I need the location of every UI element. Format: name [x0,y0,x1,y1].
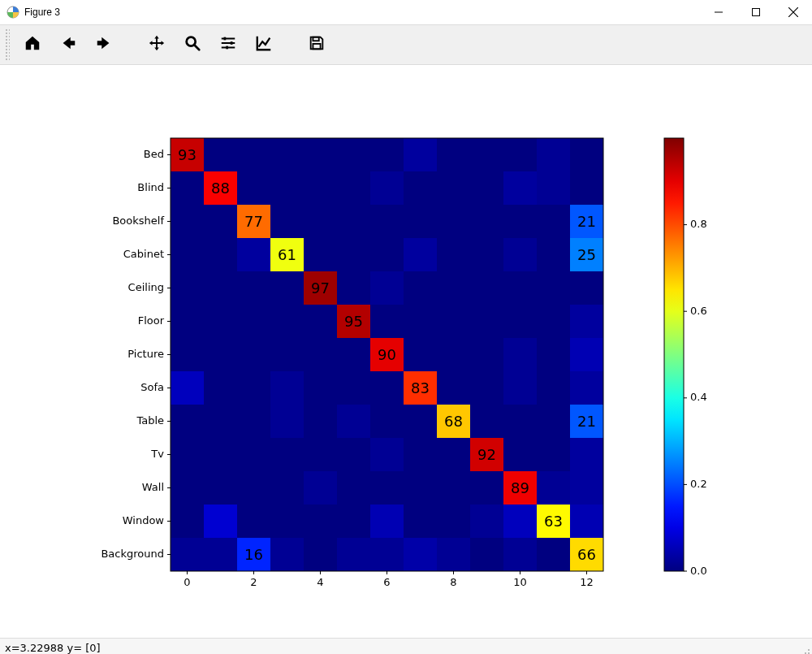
svg-rect-77 [304,305,337,338]
edit-axes-button[interactable] [248,28,280,61]
heatmap-cell-value: 95 [344,313,363,330]
svg-rect-133 [437,438,470,471]
svg-rect-130 [337,438,370,471]
svg-rect-167 [270,538,304,571]
back-button[interactable] [52,28,84,61]
svg-rect-88 [237,338,270,371]
forward-button[interactable] [88,28,120,61]
svg-rect-170 [370,538,404,571]
window-maximize-button[interactable] [737,0,775,24]
y-tick-label: Cabinet [123,248,164,260]
svg-rect-17 [470,138,503,171]
y-tick-label: Blind [137,181,164,193]
svg-rect-37 [270,205,304,238]
svg-rect-45 [537,205,570,238]
svg-rect-144 [370,471,404,505]
svg-rect-135 [503,438,537,471]
svg-rect-165 [204,538,237,571]
save-button[interactable] [300,28,333,61]
svg-rect-57 [503,238,537,271]
svg-rect-114 [237,405,270,438]
svg-rect-49 [237,238,270,271]
plot-canvas[interactable]: BedBlindBookshelfCabinetCeilingFloorPict… [0,65,812,638]
y-tick-label: Picture [127,348,164,360]
cursor-coords: x=3.22988 y= [0] [5,642,101,654]
svg-rect-24 [270,171,304,205]
resize-grip-icon[interactable] [801,645,810,654]
svg-rect-105 [370,371,404,405]
colorbar-tick-label: 0.8 [690,218,707,230]
colorbar-tick-label: 0.4 [690,391,707,403]
window-titlebar: Figure 3 [0,0,812,25]
svg-rect-7 [313,44,320,49]
statusbar: x=3.22988 y= [0] [0,638,812,654]
x-tick-label: 10 [513,576,527,588]
svg-rect-38 [304,205,337,238]
svg-rect-121 [470,405,503,438]
svg-rect-56 [470,238,503,271]
svg-rect-55 [437,238,470,271]
y-tick-label: Wall [142,481,164,493]
configure-subplots-button[interactable] [212,28,244,61]
window-close-button[interactable] [775,0,812,24]
svg-rect-113 [204,405,237,438]
heatmap-cell-value: 21 [577,213,596,230]
move-icon [148,34,166,55]
svg-rect-20 [570,138,603,171]
svg-rect-156 [337,505,370,538]
window-title: Figure 3 [24,6,60,18]
svg-rect-83 [503,305,537,338]
svg-rect-126 [204,438,237,471]
y-tick-label: Window [123,514,165,526]
svg-rect-175 [537,538,570,571]
svg-rect-104 [337,371,370,405]
svg-rect-84 [537,305,570,338]
svg-rect-116 [304,405,337,438]
svg-rect-141 [270,471,304,505]
zoom-button[interactable] [176,28,209,61]
svg-rect-146 [437,471,470,505]
svg-rect-41 [404,205,437,238]
svg-rect-138 [171,471,204,505]
svg-rect-164 [171,538,204,571]
svg-rect-51 [304,238,337,271]
svg-rect-123 [537,405,570,438]
svg-rect-65 [337,271,370,305]
svg-rect-150 [570,471,603,505]
svg-rect-99 [171,371,204,405]
svg-rect-35 [204,205,237,238]
home-icon [24,34,41,55]
heatmap-cell-value: 77 [244,213,263,230]
svg-rect-136 [537,438,570,471]
svg-rect-109 [503,371,537,405]
svg-rect-107 [437,371,470,405]
svg-rect-160 [470,505,503,538]
heatmap-cell-value: 97 [311,279,330,297]
svg-rect-47 [171,238,204,271]
svg-rect-70 [503,271,537,305]
svg-rect-33 [570,171,603,205]
svg-rect-174 [503,538,537,571]
svg-rect-151 [171,505,204,538]
svg-rect-155 [304,505,337,538]
y-tick-label: Ceiling [128,281,164,293]
svg-rect-34 [171,205,204,238]
svg-rect-96 [503,338,537,371]
svg-rect-85 [570,305,603,338]
colorbar [664,138,684,571]
svg-rect-94 [437,338,470,371]
heatmap-cell-value: 93 [178,146,197,163]
svg-rect-54 [404,238,437,271]
colorbar-tick-label: 0.0 [690,565,707,577]
heatmap-cell-value: 88 [211,180,230,197]
svg-rect-154 [270,505,304,538]
y-tick-label: Table [136,414,164,427]
home-button[interactable] [16,28,49,61]
pan-button[interactable] [140,28,173,61]
y-tick-label: Background [101,548,164,560]
window-minimize-button[interactable] [700,0,737,24]
svg-rect-12 [304,138,337,171]
svg-rect-72 [570,271,603,305]
svg-rect-16 [437,138,470,171]
heatmap-cell-value: 83 [411,379,430,396]
